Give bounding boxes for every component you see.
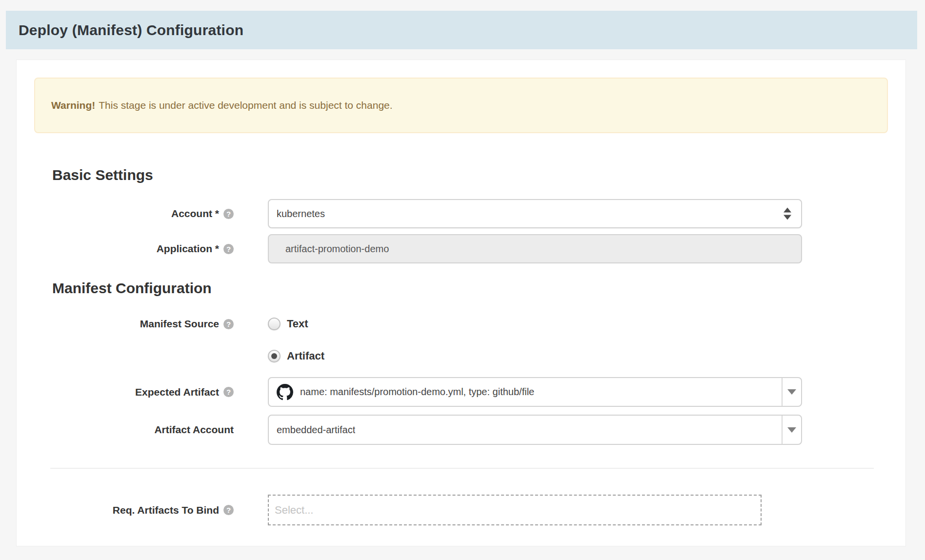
account-select[interactable]: kubernetes — [268, 199, 802, 228]
expected-artifact-label-col: Expected Artifact ? — [17, 386, 234, 398]
select-updown-icon — [784, 208, 791, 220]
section-divider — [50, 468, 874, 469]
req-artifacts-label-col: Req. Artifacts To Bind ? — [17, 504, 234, 516]
artifact-account-value: embedded-artifact — [277, 424, 355, 436]
dropdown-caret — [782, 416, 801, 444]
stage-config-header: Deploy (Manifest) Configuration — [6, 11, 917, 49]
expected-artifact-row: Expected Artifact ? name: manifests/prom… — [17, 377, 905, 407]
chevron-down-icon — [787, 427, 796, 433]
application-help-icon[interactable]: ? — [223, 244, 234, 254]
stage-config-card: Warning!This stage is under active devel… — [16, 60, 906, 546]
req-artifacts-row: Req. Artifacts To Bind ? Select... — [17, 495, 905, 525]
warning-message: This stage is under active development a… — [99, 100, 392, 111]
account-label-col: Account * ? — [17, 208, 234, 220]
artifact-account-label: Artifact Account — [154, 424, 234, 436]
account-help-icon[interactable]: ? — [223, 209, 234, 219]
manifest-source-option-text[interactable]: Text — [268, 318, 324, 330]
radio-artifact-label[interactable]: Artifact — [287, 350, 324, 362]
artifact-account-row: Artifact Account embedded-artifact — [17, 415, 905, 445]
warning-alert: Warning!This stage is under active devel… — [34, 78, 888, 133]
account-label: Account * — [171, 208, 219, 220]
chevron-down-icon — [787, 389, 796, 395]
artifact-account-label-col: Artifact Account — [17, 424, 234, 436]
warning-label: Warning! — [51, 100, 95, 111]
account-select-value: kubernetes — [277, 208, 325, 220]
application-label: Application * — [157, 243, 219, 255]
warning-text: Warning!This stage is under active devel… — [51, 100, 393, 111]
application-label-col: Application * ? — [17, 243, 234, 255]
req-artifacts-placeholder: Select... — [275, 504, 313, 517]
manifest-source-help-icon[interactable]: ? — [223, 319, 234, 329]
account-field-col: kubernetes — [268, 199, 802, 228]
section-heading-manifest-configuration: Manifest Configuration — [52, 280, 905, 297]
radio-text-icon[interactable] — [268, 318, 281, 330]
req-artifacts-label: Req. Artifacts To Bind — [113, 504, 219, 516]
radio-artifact-icon[interactable] — [268, 350, 281, 362]
application-input[interactable] — [268, 234, 802, 263]
section-heading-basic-settings: Basic Settings — [52, 166, 905, 184]
req-artifacts-help-icon[interactable]: ? — [223, 505, 234, 515]
expected-artifact-select[interactable]: name: manifests/promotion-demo.yml, type… — [268, 377, 802, 407]
deploy-manifest-config-screen: Deploy (Manifest) Configuration Warning!… — [0, 11, 925, 560]
artifact-account-field-col: embedded-artifact — [268, 415, 802, 445]
application-row: Application * ? — [17, 234, 905, 263]
manifest-source-row: Manifest Source ? Text Artifact — [17, 318, 905, 362]
page-title: Deploy (Manifest) Configuration — [19, 22, 243, 39]
radio-artifact-dot — [271, 353, 277, 359]
req-artifacts-field-col: Select... — [268, 495, 762, 525]
expected-artifact-value: name: manifests/promotion-demo.yml, type… — [300, 386, 534, 398]
application-field-col — [268, 234, 802, 263]
expected-artifact-help-icon[interactable]: ? — [223, 387, 234, 397]
artifact-account-select[interactable]: embedded-artifact — [268, 415, 802, 445]
account-row: Account * ? kubernetes — [17, 199, 905, 228]
radio-text-label[interactable]: Text — [287, 318, 308, 330]
manifest-source-options: Text Artifact — [268, 318, 324, 362]
manifest-source-label: Manifest Source — [140, 318, 219, 330]
req-artifacts-select[interactable]: Select... — [268, 495, 762, 525]
dropdown-caret — [782, 378, 801, 406]
manifest-source-option-artifact[interactable]: Artifact — [268, 350, 324, 362]
expected-artifact-field-col: name: manifests/promotion-demo.yml, type… — [268, 377, 802, 407]
manifest-source-label-col: Manifest Source ? — [17, 318, 234, 330]
expected-artifact-label: Expected Artifact — [135, 386, 219, 398]
github-icon — [277, 384, 293, 400]
